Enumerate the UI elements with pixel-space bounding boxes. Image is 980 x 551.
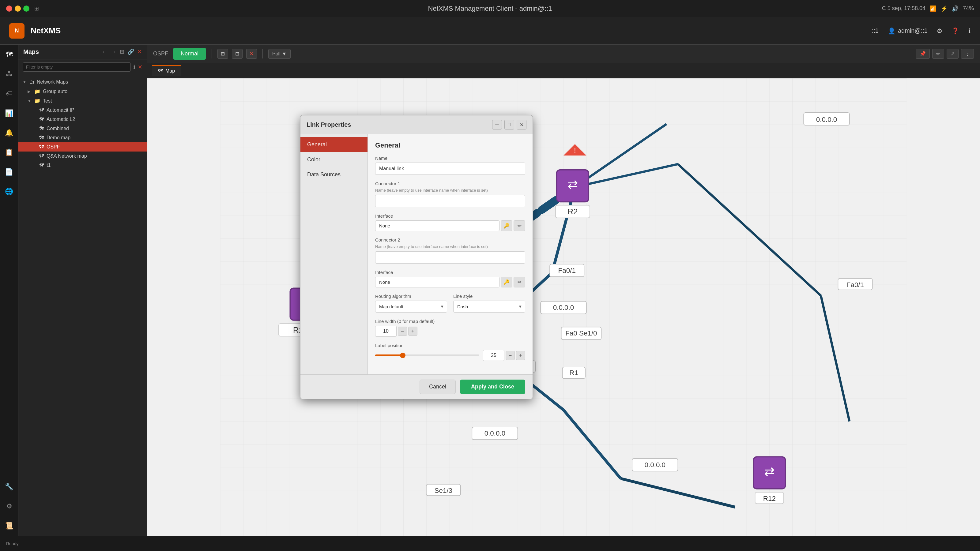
external-link-btn[interactable]: ↗ <box>947 49 959 59</box>
tree-item-automacit-ip[interactable]: ▶ 🗺 Automacit IP <box>18 106 147 115</box>
dialog-nav-data-sources[interactable]: Data Sources <box>301 167 368 182</box>
clear-btn[interactable]: ✕ <box>137 48 142 56</box>
tree-item-network-maps[interactable]: ▼ 🗂 Network Maps <box>18 78 147 87</box>
interface2-key-btn[interactable]: 🔑 <box>501 277 512 287</box>
connector1-input[interactable] <box>375 195 525 207</box>
routing-label: Routing algorithm <box>375 294 447 299</box>
label-position-decrease-btn[interactable]: − <box>506 351 515 360</box>
apply-close-button[interactable]: Apply and Close <box>460 380 525 394</box>
folder-icon: 📁 <box>34 89 40 94</box>
tags-nav-btn[interactable]: 🏷 <box>2 87 16 100</box>
routing-linestyle-row: Routing algorithm Map default ▼ Line sty… <box>375 294 525 319</box>
interface2-input[interactable] <box>375 277 500 287</box>
filter-bar: ℹ ✕ <box>18 59 147 75</box>
info-icon[interactable]: ℹ <box>968 27 971 35</box>
dialog-minimize-btn[interactable]: ─ <box>492 120 502 130</box>
config-nav-btn[interactable]: ⚙ <box>2 500 16 513</box>
interface1-input[interactable] <box>375 221 500 231</box>
alerts-nav-btn[interactable]: 🔔 <box>2 126 16 140</box>
topology-nav-btn[interactable]: 🌐 <box>2 185 16 198</box>
close-btn[interactable] <box>6 5 12 12</box>
interface1-label: Interface <box>375 213 525 219</box>
reports-nav-btn[interactable]: 📋 <box>2 146 16 159</box>
tab-map[interactable]: 🗺 Map <box>152 65 181 76</box>
tree-item-t1[interactable]: ▶ 🗺 t1 <box>18 161 147 170</box>
tree-item-demo-map[interactable]: ▶ 🗺 Demo map <box>18 133 147 142</box>
dialog-maximize-btn[interactable]: □ <box>504 120 514 130</box>
minimize-btn[interactable] <box>15 5 21 12</box>
svg-text:0.0.0.0: 0.0.0.0 <box>485 429 506 437</box>
back-btn[interactable]: ← <box>101 48 108 56</box>
label-position-input[interactable] <box>483 350 504 361</box>
map-icon: 🗺 <box>39 135 44 140</box>
tree-item-label: Demo map <box>46 135 70 140</box>
dialog-nav-color[interactable]: Color <box>301 152 368 167</box>
map-icon: 🗺 <box>39 108 44 113</box>
line-width-label: Line width (0 for map default) <box>375 319 525 324</box>
fit-btn[interactable]: ⊡ <box>232 49 243 59</box>
dialog-content: General Name Connector 1 Name (leave emp… <box>368 134 533 375</box>
toolbar-right: 📌 ✏ ↗ ⋮ <box>916 49 974 59</box>
dialog-close-btn[interactable]: ✕ <box>517 120 527 130</box>
pin-btn[interactable]: 📌 <box>916 49 930 59</box>
filter-input[interactable] <box>23 62 131 71</box>
help-icon[interactable]: ❓ <box>951 27 959 35</box>
tools-nav-btn[interactable]: 🔧 <box>2 480 16 494</box>
connector2-input[interactable] <box>375 251 525 264</box>
delete-btn[interactable]: ✕ <box>246 49 257 59</box>
time-display: C 5 sep, 17:58.04 <box>882 5 926 12</box>
name-label: Name <box>375 156 525 161</box>
routing-select[interactable]: Map default <box>375 301 447 313</box>
line-width-decrease-btn[interactable]: − <box>398 327 407 336</box>
user-account[interactable]: 👤 admin@::1 <box>888 27 928 35</box>
username-label: admin@::1 <box>898 27 928 34</box>
window-title: NetXMS Management Client - admin@::1 <box>428 5 552 13</box>
cancel-button[interactable]: Cancel <box>420 380 456 394</box>
interface1-edit-btn[interactable]: ✏ <box>514 221 525 231</box>
link-btn[interactable]: 🔗 <box>127 48 134 56</box>
filter-toggle-btn[interactable]: ⊞ <box>120 48 124 56</box>
name-input[interactable] <box>375 162 525 175</box>
form-group-interface1: Interface 🔑 ✏ <box>375 213 525 231</box>
dialog-section-title: General <box>375 141 525 149</box>
maximize-btn[interactable] <box>23 5 29 12</box>
sidebar-header: Maps ← → ⊞ 🔗 ✕ <box>18 45 147 59</box>
view-grid-btn[interactable]: ⊞ <box>218 49 228 59</box>
line-style-select[interactable]: Dash <box>453 301 525 313</box>
logs-nav-btn[interactable]: 📄 <box>2 165 16 179</box>
tree-item-group-auto[interactable]: ▶ 📁 Group auto <box>18 87 147 96</box>
interface1-key-btn[interactable]: 🔑 <box>501 221 512 231</box>
dashboard-nav-btn[interactable]: 📊 <box>2 106 16 120</box>
interface2-edit-btn[interactable]: ✏ <box>514 277 525 287</box>
dialog-nav-general[interactable]: General <box>301 137 368 152</box>
map-tab-icon: 🗺 <box>158 68 163 74</box>
line-width-increase-btn[interactable]: + <box>408 327 417 336</box>
dialog-footer: Cancel Apply and Close <box>301 375 533 399</box>
objects-nav-btn[interactable]: 🖧 <box>2 67 16 81</box>
label-position-slider[interactable] <box>375 354 479 356</box>
content-area: OSPF Normal ⊞ ⊡ ✕ Poll ▼ 📌 ✏ ↗ ⋮ 🗺 Map <box>147 45 980 536</box>
form-group-connector2: Connector 2 Name (leave empty to use int… <box>375 237 525 264</box>
sys-tray: C 5 sep, 17:58.04 📶 ⚡ 🔊 74% <box>882 5 974 12</box>
tree-item-qa-network-map[interactable]: ▶ 🗺 Q&A Network map <box>18 151 147 161</box>
maps-nav-btn[interactable]: 🗺 <box>2 48 16 61</box>
edit-link-btn[interactable]: ✏ <box>932 49 944 59</box>
more-btn[interactable]: ⋮ <box>961 49 974 59</box>
tree-item-ospf[interactable]: ▶ 🗺 OSPF <box>18 142 147 151</box>
tree-item-label: Automacit IP <box>46 108 75 113</box>
filter-clear-btn[interactable]: ✕ <box>138 64 142 70</box>
tree-item-test[interactable]: ▼ 📁 Test <box>18 96 147 106</box>
tree-item-combined[interactable]: ▶ 🗺 Combined <box>18 124 147 133</box>
forward-btn[interactable]: → <box>111 48 117 56</box>
line-width-input[interactable] <box>375 326 396 337</box>
node-r2-exchange: ⇄ R2 <box>555 170 590 218</box>
map-canvas[interactable]: ⊞ R13 ✕ ⇄ R2 Fa0/1 <box>147 78 980 536</box>
dialog-titlebar: Link Properties ─ □ ✕ <box>301 115 533 134</box>
settings-icon[interactable]: ⚙ <box>937 27 942 35</box>
poll-btn[interactable]: Poll ▼ <box>268 49 291 59</box>
label-position-increase-btn[interactable]: + <box>516 351 525 360</box>
tree-item-automatic-l2[interactable]: ▶ 🗺 Automatic L2 <box>18 115 147 124</box>
mode-normal-btn[interactable]: Normal <box>173 48 206 60</box>
script-nav-btn[interactable]: 📜 <box>2 519 16 533</box>
icon-sidebar: 🗺 🖧 🏷 📊 🔔 📋 📄 🌐 🔧 ⚙ 📜 <box>0 45 18 536</box>
